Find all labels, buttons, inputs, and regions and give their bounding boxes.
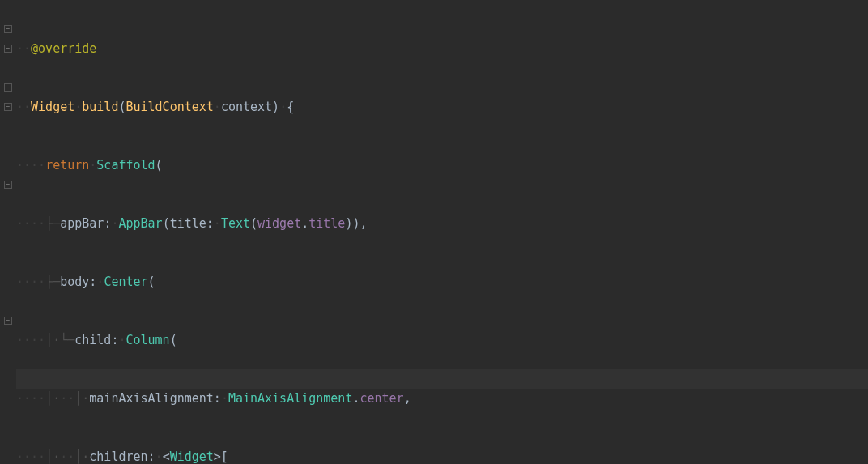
property: center — [360, 391, 403, 406]
named-arg: child — [74, 333, 111, 347]
named-arg: title — [170, 216, 206, 231]
code-line[interactable]: ····├─appBar:·AppBar(title:·Text(widget.… — [16, 214, 484, 233]
param: context — [221, 100, 272, 114]
type: Widget — [170, 449, 214, 464]
code-line[interactable]: ····│···│·mainAxisAlignment:·MainAxisAli… — [16, 389, 484, 408]
code-editor[interactable]: − − − − − − ··@override ··Widget·build(B… — [0, 0, 868, 464]
class: MainAxisAlignment — [228, 391, 353, 406]
class: AppBar — [118, 216, 162, 231]
identifier: widget — [257, 216, 301, 231]
fold-handle-icon[interactable]: − — [4, 45, 12, 53]
method-name: build — [82, 100, 118, 114]
code-line[interactable]: ····│···│·children:·<Widget>[ — [16, 447, 484, 464]
class: Center — [104, 275, 147, 289]
keyword: return — [45, 158, 89, 172]
named-arg: appBar — [60, 216, 104, 231]
fold-handle-icon[interactable]: − — [4, 317, 12, 325]
fold-handle-icon[interactable]: − — [4, 181, 12, 189]
gutter: − − − − − − — [0, 0, 16, 464]
code-line[interactable]: ····├─body:·Center( — [16, 272, 484, 292]
named-arg: children — [89, 449, 147, 464]
property: title — [308, 216, 345, 231]
class: Column — [126, 333, 169, 347]
fold-handle-icon[interactable]: − — [4, 103, 12, 111]
annotation: @override — [31, 41, 96, 56]
named-arg: body — [60, 275, 89, 289]
class: Scaffold — [96, 158, 155, 172]
named-arg: mainAxisAlignment — [89, 391, 214, 406]
class: Text — [221, 216, 250, 231]
code-line[interactable]: ··Widget·build(BuildContext·context)·{ — [16, 97, 484, 117]
type: BuildContext — [126, 100, 213, 114]
fold-handle-icon[interactable]: − — [4, 25, 12, 33]
type: Widget — [31, 100, 74, 114]
code-area[interactable]: ··@override ··Widget·build(BuildContext·… — [16, 0, 484, 464]
code-line[interactable]: ··@override — [16, 39, 484, 58]
code-line[interactable]: ····return·Scaffold( — [16, 155, 484, 175]
code-line[interactable]: ····│·└─child:·Column( — [16, 330, 484, 350]
fold-handle-icon[interactable]: − — [4, 83, 12, 92]
